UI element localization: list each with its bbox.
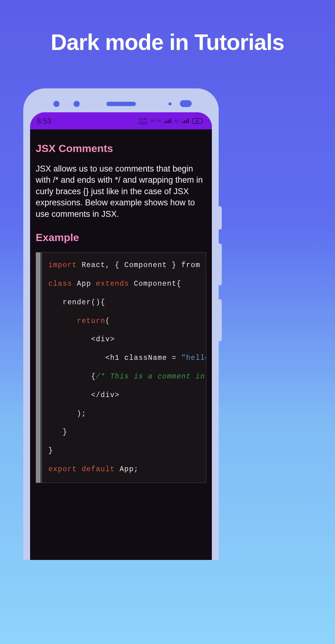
signal-bars-icon — [164, 119, 171, 123]
tutorial-content[interactable]: JSX Comments JSX allows us to use commen… — [30, 129, 212, 483]
section-title: JSX Comments — [36, 142, 206, 154]
speaker-icon — [106, 102, 136, 106]
code-gutter-inner — [40, 253, 42, 483]
phone-top-bezel — [30, 95, 212, 112]
phone-side-button — [218, 299, 222, 341]
phone-screen: 8:53 0.09 KB/S Vo LTE 4G 41 JSX Comments… — [30, 112, 212, 560]
volte-icon: Vo LTE — [150, 119, 161, 123]
camera-icon — [180, 100, 192, 107]
example-heading: Example — [36, 231, 206, 244]
phone-mockup-frame: 8:53 0.09 KB/S Vo LTE 4G 41 JSX Comments… — [23, 88, 219, 560]
section-body: JSX allows us to use comments that begin… — [36, 163, 206, 220]
sensor-icon — [53, 101, 60, 107]
phone-side-button — [218, 244, 222, 285]
status-bar: 8:53 0.09 KB/S Vo LTE 4G 41 — [30, 112, 212, 129]
network-type-icon: 4G — [174, 119, 179, 123]
sensor-icon — [74, 101, 80, 107]
sensor-icon — [168, 102, 172, 105]
code-example-block[interactable]: import React, { Component } from 'r clas… — [36, 252, 206, 483]
status-time: 8:53 — [37, 117, 51, 125]
signal-bars-icon — [182, 119, 189, 123]
phone-side-button — [218, 206, 222, 230]
code-gutter — [36, 253, 40, 483]
page-title: Dark mode in Tutorials — [0, 0, 335, 55]
battery-icon: 41 — [192, 118, 203, 124]
code-text: import React, { Component } from 'r clas… — [36, 253, 206, 483]
network-speed-icon: 0.09 KB/S — [138, 117, 147, 125]
status-indicators: 0.09 KB/S Vo LTE 4G 41 — [138, 117, 203, 125]
